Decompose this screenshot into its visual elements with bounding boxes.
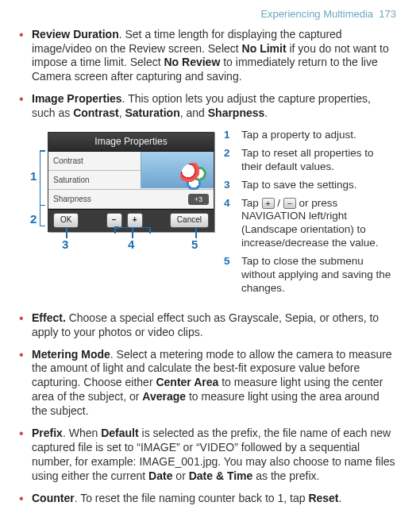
step-text: Tap a property to adjust.	[241, 129, 356, 142]
cancel-button[interactable]: Cancel	[170, 213, 209, 228]
step-text: Tap to reset all properties to their def…	[241, 147, 396, 174]
callout-bracket-2	[40, 150, 40, 226]
callout-2: 2	[30, 211, 37, 226]
text: as the prefix.	[252, 469, 319, 482]
prefix-title: Prefix	[32, 427, 63, 439]
item-metering-mode: Metering Mode. Select a metering mode to…	[19, 348, 396, 419]
effect-title: Effect.	[32, 311, 66, 324]
callout-4: 4	[128, 237, 134, 252]
step-1: 1Tap a property to adjust.	[224, 129, 396, 142]
step-4: 4Tap + / − or press NAVIGATION left/righ…	[224, 197, 396, 251]
kw-default: Default	[101, 427, 138, 439]
text: . To reset the file naming counter back …	[75, 492, 309, 504]
kw-date-time: Date & Time	[189, 469, 253, 482]
kw-reset: Reset	[308, 492, 338, 504]
page-header: Experiencing Multimedia 173	[19, 8, 396, 21]
callout-3: 3	[62, 237, 68, 252]
item-image-properties: Image Properties. This option lets you a…	[19, 92, 396, 121]
prop-row-sharpness[interactable]: Sharpness +3	[48, 190, 214, 209]
kw-average: Average	[142, 390, 186, 403]
item-counter: Counter. To reset the file naming counte…	[19, 492, 396, 506]
kw-sharpness: Sharpness	[208, 106, 265, 119]
image-properties-title: Image Properties	[32, 92, 122, 105]
text: .	[339, 492, 342, 504]
ok-button[interactable]: OK	[53, 213, 79, 228]
metering-title: Metering Mode	[32, 348, 110, 361]
plus-icon: +	[262, 198, 275, 209]
kw-contrast: Contrast	[73, 106, 119, 119]
item-prefix: Prefix. When Default is selected as the …	[19, 427, 396, 484]
step-text: Tap to close the submenu without applyin…	[241, 255, 396, 295]
image-properties-figure: Image Properties Contrast +3 Saturation …	[32, 129, 214, 232]
item-effect: Effect. Choose a special effect such as …	[19, 311, 396, 340]
step-number: 2	[224, 147, 235, 174]
step-text: Tap + / − or press NAVIGATION left/right…	[241, 197, 396, 251]
item-review-duration: Review Duration. Set a time length for d…	[19, 28, 396, 85]
callout-tick-4b	[149, 227, 151, 234]
page-number: 173	[379, 8, 396, 20]
text: or	[172, 469, 188, 482]
image-properties-panel: Image Properties Contrast +3 Saturation …	[48, 132, 214, 232]
preview-thumbnail	[141, 152, 214, 188]
text: Tap	[241, 197, 262, 209]
image-properties-steps: 1Tap a property to adjust. 2Tap to reset…	[224, 129, 396, 295]
step-number: 3	[224, 179, 235, 192]
section-title: Experiencing Multimedia	[260, 8, 373, 20]
panel-title: Image Properties	[48, 133, 214, 152]
text: , and	[180, 106, 208, 119]
step-number: 1	[224, 129, 235, 142]
callout-1: 1	[30, 168, 37, 183]
plus-button[interactable]: +	[127, 213, 143, 228]
review-duration-title: Review Duration	[32, 28, 119, 41]
step-number: 5	[224, 255, 235, 295]
kw-date: Date	[148, 469, 172, 482]
kw-saturation: Saturation	[125, 106, 179, 119]
kw-no-review: No Review	[164, 56, 221, 68]
minus-icon: −	[283, 198, 296, 209]
step-3: 3Tap to save the settings.	[224, 179, 396, 192]
text: /	[275, 197, 283, 209]
step-5: 5Tap to close the submenu without applyi…	[224, 255, 396, 295]
text: Choose a special effect such as Grayscal…	[32, 311, 379, 338]
step-2: 2Tap to reset all properties to their de…	[224, 147, 396, 174]
kw-center-area: Center Area	[156, 376, 218, 388]
prop-value: +3	[188, 194, 209, 205]
text: .	[264, 106, 268, 119]
step-number: 4	[224, 197, 235, 251]
kw-no-limit: No Limit	[242, 42, 287, 55]
callout-5: 5	[191, 237, 198, 252]
prop-label: Sharpness	[48, 195, 188, 205]
callout-tick-4a	[114, 227, 116, 234]
counter-title: Counter	[32, 492, 75, 504]
step-text: Tap to save the settings.	[241, 179, 357, 192]
text: . When	[63, 427, 101, 439]
